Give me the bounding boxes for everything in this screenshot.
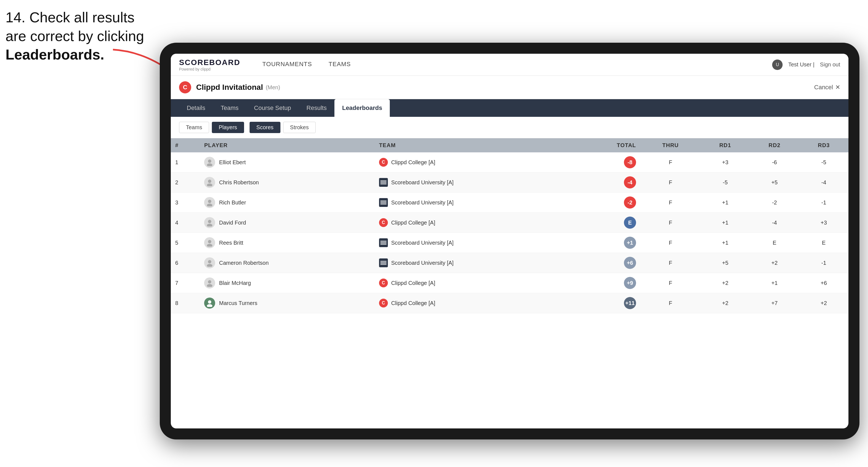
cell-team: Scoreboard University [A] bbox=[375, 193, 574, 213]
team-logo: C bbox=[379, 158, 388, 167]
cell-player: Rich Butler bbox=[200, 193, 375, 213]
cell-rd3: -1 bbox=[799, 193, 848, 213]
team-name: Clippd College [A] bbox=[391, 300, 435, 306]
table-row: 4David FordCClippd College [A]EF+1-4+3 bbox=[171, 213, 848, 233]
cell-team: CClippd College [A] bbox=[375, 152, 574, 173]
player-name: Chris Robertson bbox=[219, 179, 259, 186]
tournament-logo: C bbox=[179, 81, 191, 93]
table-row: 2Chris RobertsonScoreboard University [A… bbox=[171, 173, 848, 193]
user-avatar: U bbox=[772, 60, 783, 70]
cell-team: CClippd College [A] bbox=[375, 293, 574, 313]
cell-thru: F bbox=[641, 173, 701, 193]
player-avatar bbox=[204, 298, 215, 309]
cell-total: -2 bbox=[574, 193, 641, 213]
cell-rd2: +5 bbox=[750, 173, 799, 193]
team-name: Scoreboard University [A] bbox=[391, 179, 454, 186]
cell-rd3: +3 bbox=[799, 213, 848, 233]
player-name: David Ford bbox=[219, 220, 246, 226]
filter-players[interactable]: Players bbox=[212, 122, 244, 133]
cell-rd2: -2 bbox=[750, 193, 799, 213]
filter-teams[interactable]: Teams bbox=[179, 122, 209, 133]
svg-point-13 bbox=[208, 280, 211, 283]
svg-point-12 bbox=[207, 264, 212, 267]
cell-rd2: +1 bbox=[750, 273, 799, 293]
cell-team: CClippd College [A] bbox=[375, 273, 574, 293]
table-row: 7Blair McHargCClippd College [A]+9F+2+1+… bbox=[171, 273, 848, 293]
team-logo bbox=[379, 258, 388, 267]
cancel-button[interactable]: Cancel ✕ bbox=[814, 84, 840, 91]
cell-rd1: +2 bbox=[701, 293, 750, 313]
cell-rd3: -4 bbox=[799, 173, 848, 193]
table-row: 5Rees BrittScoreboard University [A]+1F+… bbox=[171, 233, 848, 253]
tab-results[interactable]: Results bbox=[299, 99, 334, 117]
cell-thru: F bbox=[641, 193, 701, 213]
tab-teams[interactable]: Teams bbox=[213, 99, 246, 117]
table-row: 8Marcus TurnersCClippd College [A]+11F+2… bbox=[171, 293, 848, 313]
filter-scores[interactable]: Scores bbox=[250, 122, 280, 133]
tab-leaderboards[interactable]: Leaderboards bbox=[334, 99, 390, 117]
table-row: 6Cameron RobertsonScoreboard University … bbox=[171, 253, 848, 273]
logo-title: SCOREBOARD bbox=[179, 58, 240, 67]
team-name: Scoreboard University [A] bbox=[391, 199, 454, 206]
logo-area: SCOREBOARD Powered by clippd bbox=[179, 58, 240, 71]
filter-strokes[interactable]: Strokes bbox=[283, 122, 316, 133]
cell-rd1: +2 bbox=[701, 273, 750, 293]
team-logo: C bbox=[379, 299, 388, 308]
cell-rank: 5 bbox=[171, 233, 200, 253]
svg-point-7 bbox=[208, 220, 211, 223]
cell-rd2: E bbox=[750, 233, 799, 253]
navbar: SCOREBOARD Powered by clippd TOURNAMENTS… bbox=[171, 54, 848, 76]
cell-player: David Ford bbox=[200, 213, 375, 233]
cell-rank: 8 bbox=[171, 293, 200, 313]
team-name: Scoreboard University [A] bbox=[391, 260, 454, 266]
tab-navigation: Details Teams Course Setup Results Leade… bbox=[171, 99, 848, 117]
sign-out-link[interactable]: Sign out bbox=[820, 61, 840, 68]
table-row: 3Rich ButlerScoreboard University [A]-2F… bbox=[171, 193, 848, 213]
cell-team: CClippd College [A] bbox=[375, 213, 574, 233]
team-logo: C bbox=[379, 279, 388, 287]
svg-point-11 bbox=[208, 260, 211, 263]
score-badge: E bbox=[624, 217, 636, 229]
player-name: Rees Britt bbox=[219, 240, 243, 246]
player-avatar bbox=[204, 217, 215, 228]
cell-thru: F bbox=[641, 293, 701, 313]
score-badge: -4 bbox=[624, 176, 636, 188]
cell-total: -8 bbox=[574, 152, 641, 173]
svg-point-9 bbox=[208, 240, 211, 243]
svg-point-15 bbox=[208, 300, 211, 304]
player-name: Marcus Turners bbox=[219, 300, 257, 306]
cell-rd2: +2 bbox=[750, 253, 799, 273]
cell-team: Scoreboard University [A] bbox=[375, 233, 574, 253]
cell-rd1: +3 bbox=[701, 152, 750, 173]
cell-rd1: -5 bbox=[701, 173, 750, 193]
cell-rd1: +1 bbox=[701, 233, 750, 253]
cell-total: +1 bbox=[574, 233, 641, 253]
cell-total: -4 bbox=[574, 173, 641, 193]
cell-total: E bbox=[574, 213, 641, 233]
player-avatar bbox=[204, 257, 215, 268]
svg-point-1 bbox=[208, 159, 211, 163]
player-name: Cameron Robertson bbox=[219, 260, 269, 266]
player-name: Rich Butler bbox=[219, 199, 246, 206]
nav-right: U Test User | Sign out bbox=[772, 60, 840, 70]
tab-course-setup[interactable]: Course Setup bbox=[246, 99, 299, 117]
nav-teams[interactable]: TEAMS bbox=[320, 54, 359, 76]
cell-rank: 3 bbox=[171, 193, 200, 213]
cell-rd3: -1 bbox=[799, 253, 848, 273]
cell-thru: F bbox=[641, 213, 701, 233]
col-rd1: RD1 bbox=[701, 138, 750, 152]
svg-point-3 bbox=[208, 180, 211, 183]
cell-rd3: +6 bbox=[799, 273, 848, 293]
cell-total: +6 bbox=[574, 253, 641, 273]
cell-thru: F bbox=[641, 253, 701, 273]
cell-rank: 6 bbox=[171, 253, 200, 273]
tab-details[interactable]: Details bbox=[179, 99, 213, 117]
score-badge: +11 bbox=[624, 297, 636, 309]
nav-tournaments[interactable]: TOURNAMENTS bbox=[254, 54, 320, 76]
tablet-screen: SCOREBOARD Powered by clippd TOURNAMENTS… bbox=[171, 54, 848, 429]
cell-total: +11 bbox=[574, 293, 641, 313]
score-badge: +9 bbox=[624, 277, 636, 289]
nav-links: TOURNAMENTS TEAMS bbox=[254, 54, 772, 76]
player-avatar bbox=[204, 237, 215, 248]
team-logo bbox=[379, 238, 388, 247]
